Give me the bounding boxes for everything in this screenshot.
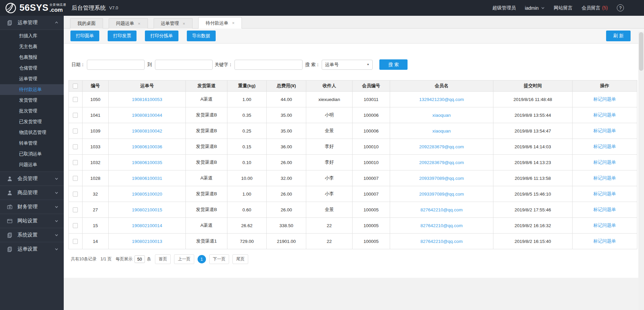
mark-problem-link[interactable]: 标记问题单 <box>593 160 616 165</box>
tab-2[interactable]: 运单管理× <box>154 18 193 29</box>
sidebar-item[interactable]: 批次管理 <box>0 106 64 116</box>
current-page-button[interactable]: 1 <box>198 255 206 263</box>
row-checkbox[interactable] <box>73 160 78 165</box>
waybill-link[interactable]: 190808100044 <box>132 113 162 118</box>
member-link[interactable]: 2093397089@qq.com <box>419 176 464 181</box>
prev-page-button[interactable]: 上一页 <box>174 254 194 264</box>
row-checkbox[interactable] <box>73 239 78 244</box>
row-checkbox[interactable] <box>73 176 78 181</box>
member-link[interactable]: xiaoquan <box>432 113 451 118</box>
sidebar-group-block: 网站设置 <box>0 214 64 228</box>
mark-problem-link[interactable]: 标记问题单 <box>593 239 616 244</box>
mark-problem-link[interactable]: 标记问题单 <box>593 207 616 212</box>
cell-channel: 发货渠道B <box>186 202 227 218</box>
member-link[interactable]: 2092283679@qq.com <box>419 144 464 149</box>
mark-problem-link[interactable]: 标记问题单 <box>593 223 616 228</box>
tab-1[interactable]: 问题运单× <box>109 18 148 29</box>
sidebar-item[interactable]: 运单管理 <box>0 73 64 84</box>
row-checkbox[interactable] <box>73 97 78 102</box>
mark-problem-link[interactable]: 标记问题单 <box>593 144 616 149</box>
row-checkbox[interactable] <box>73 192 78 197</box>
waybill-link[interactable]: 190806100031 <box>132 176 162 181</box>
row-checkbox[interactable] <box>73 144 78 149</box>
mark-problem-link[interactable]: 标记问题单 <box>593 112 616 117</box>
first-page-button[interactable]: 首页 <box>155 254 171 264</box>
tab-label: 问题运单 <box>116 20 134 27</box>
mark-problem-link[interactable]: 标记问题单 <box>593 175 616 180</box>
site-messages-link[interactable]: 网站留言 <box>554 5 573 11</box>
row-checkbox[interactable] <box>73 113 78 118</box>
tab-3[interactable]: 待付款运单× <box>198 17 242 29</box>
table-row: 1032190806100035发货渠道B0.1026.00李好10001020… <box>69 155 637 170</box>
date-to-input[interactable] <box>155 60 213 70</box>
row-checkbox[interactable] <box>73 223 78 228</box>
next-page-button[interactable]: 下一页 <box>209 254 229 264</box>
keyword-input[interactable] <box>234 60 303 70</box>
page-info: 1/1 页 <box>100 256 111 262</box>
toolbar-button-2[interactable]: 打印分拣单 <box>145 31 178 41</box>
sidebar-item[interactable]: 无主包裹 <box>0 41 64 52</box>
cell-id: 27 <box>82 202 108 218</box>
waybill-link[interactable]: 190806100035 <box>132 160 162 165</box>
waybill-link[interactable]: 190805100020 <box>132 192 162 197</box>
close-icon[interactable]: × <box>138 21 141 26</box>
sidebar-item[interactable]: 已取消运单 <box>0 149 64 159</box>
scrollbar-thumb[interactable] <box>639 32 643 71</box>
sidebar-item[interactable]: 扫描入库 <box>0 31 64 41</box>
mark-problem-link[interactable]: 标记问题单 <box>593 191 616 196</box>
app-title: 后台管理系统 <box>72 4 106 12</box>
member-link[interactable]: 827642210@qq.com <box>421 239 463 244</box>
sidebar-item[interactable]: 发货管理 <box>0 95 64 106</box>
refresh-button[interactable]: 刷 新 <box>606 31 631 41</box>
toolbar-button-3[interactable]: 导出数据 <box>187 31 216 41</box>
row-checkbox[interactable] <box>73 128 78 134</box>
sidebar-item[interactable]: 包裹预报 <box>0 52 64 63</box>
member-link[interactable]: 827642210@qq.com <box>421 207 463 212</box>
sidebar-item[interactable]: 仓储管理 <box>0 63 64 73</box>
waybill-link[interactable]: 190808100042 <box>132 128 162 134</box>
last-page-button[interactable]: 尾页 <box>232 254 248 264</box>
member-link[interactable]: 1329421230@qq.com <box>419 97 464 102</box>
waybill-link[interactable]: 190816100053 <box>132 97 162 102</box>
toolbar-button-1[interactable]: 打印发票 <box>108 31 137 41</box>
sidebar-group-2[interactable]: 商品管理 <box>0 186 64 200</box>
search-type-select[interactable]: 运单号 ▼ <box>322 60 373 70</box>
toolbar-button-0[interactable]: 打印面单 <box>70 31 99 41</box>
waybill-link[interactable]: 190802100013 <box>132 239 162 244</box>
user-menu[interactable]: iadmin <box>525 5 545 11</box>
sidebar-group-5[interactable]: 系统设置 <box>0 228 64 242</box>
sidebar-group-6[interactable]: 运单设置 <box>0 242 64 256</box>
row-checkbox[interactable] <box>73 207 78 212</box>
mark-problem-link[interactable]: 标记问题单 <box>593 128 616 133</box>
member-link[interactable]: 2093397089@qq.com <box>419 192 464 197</box>
sidebar-group-0[interactable]: 运单管理 <box>0 16 64 30</box>
waybill-link[interactable]: 190806100036 <box>132 144 162 149</box>
toolbar-buttons: 打印面单打印发票打印分拣单导出数据 <box>70 31 224 41</box>
member-link[interactable]: 827642210@qq.com <box>421 223 463 228</box>
tab-0[interactable]: 我的桌面 <box>70 18 103 29</box>
waybill-link[interactable]: 190802100015 <box>132 207 162 212</box>
member-link[interactable]: 2092283679@qq.com <box>419 160 464 165</box>
sidebar-group-1[interactable]: 会员管理 <box>0 172 64 186</box>
waybill-link[interactable]: 190802100014 <box>132 223 162 228</box>
close-icon[interactable]: × <box>183 21 185 26</box>
sidebar-item[interactable]: 问题运单 <box>0 159 64 170</box>
waybill-table: 编号运单号发货渠道重量(kg)总费用(¥)收件人会员编号会员名提交时间操作 10… <box>68 80 637 249</box>
sidebar-item[interactable]: 待付款运单 <box>0 84 64 95</box>
sidebar-item[interactable]: 物流状态管理 <box>0 127 64 138</box>
help-icon[interactable]: ? <box>617 4 624 11</box>
scrollbar-track[interactable] <box>638 32 644 310</box>
member-messages-link[interactable]: 会员留言(5) <box>582 5 608 11</box>
sidebar-group-4[interactable]: 网站设置 <box>0 214 64 228</box>
date-from-input[interactable] <box>87 60 145 70</box>
sidebar-item[interactable]: 已发货管理 <box>0 116 64 127</box>
member-link[interactable]: xiaoquan <box>432 128 451 134</box>
sidebar-item[interactable]: 转单管理 <box>0 138 64 149</box>
select-all-checkbox[interactable] <box>73 84 78 89</box>
per-page-input[interactable] <box>135 255 145 263</box>
sidebar-group-3[interactable]: 财务管理 <box>0 200 64 214</box>
mark-problem-link[interactable]: 标记问题单 <box>593 97 616 102</box>
search-button[interactable]: 搜 索 <box>379 59 408 70</box>
close-icon[interactable]: × <box>232 20 235 25</box>
search-type-label: 搜 索： <box>305 62 320 68</box>
